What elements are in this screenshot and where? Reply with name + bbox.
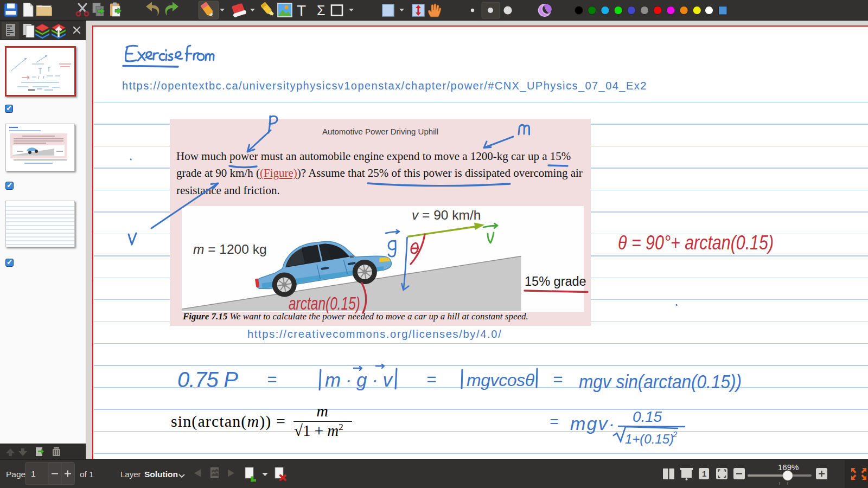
- svg-text:2: 2: [672, 429, 678, 439]
- svg-text:0.75 P: 0.75 P: [177, 368, 238, 391]
- svg-text:mgvcosθ: mgvcosθ: [467, 370, 535, 390]
- svg-text:mgv sin(arctan(0.15)): mgv sin(arctan(0.15)): [579, 371, 742, 392]
- svg-text:mgv·: mgv·: [570, 413, 615, 434]
- svg-text:T: T: [297, 2, 306, 19]
- svg-text:Σ: Σ: [317, 3, 325, 18]
- svg-text:=: =: [426, 370, 436, 389]
- svg-text:0.15: 0.15: [633, 408, 662, 425]
- svg-text:1: 1: [31, 469, 36, 478]
- svg-text:=: =: [553, 370, 563, 389]
- svg-text:=: =: [267, 370, 277, 389]
- svg-text:1: 1: [702, 469, 706, 478]
- svg-text:Page: Page: [6, 470, 25, 479]
- svg-text:=: =: [550, 413, 558, 430]
- svg-text:Layer: Layer: [120, 470, 141, 479]
- svg-text:m·g·v: m·g·v: [325, 369, 394, 390]
- svg-text:arctan(0.15): arctan(0.15): [289, 293, 360, 313]
- svg-text:169%: 169%: [778, 463, 799, 472]
- svg-text:of 1: of 1: [80, 470, 94, 479]
- svg-text:1+(0.15): 1+(0.15): [625, 432, 674, 446]
- svg-text:θ = 90°+ arctan(0.15): θ = 90°+ arctan(0.15): [618, 232, 774, 254]
- svg-text:Solution: Solution: [144, 470, 178, 479]
